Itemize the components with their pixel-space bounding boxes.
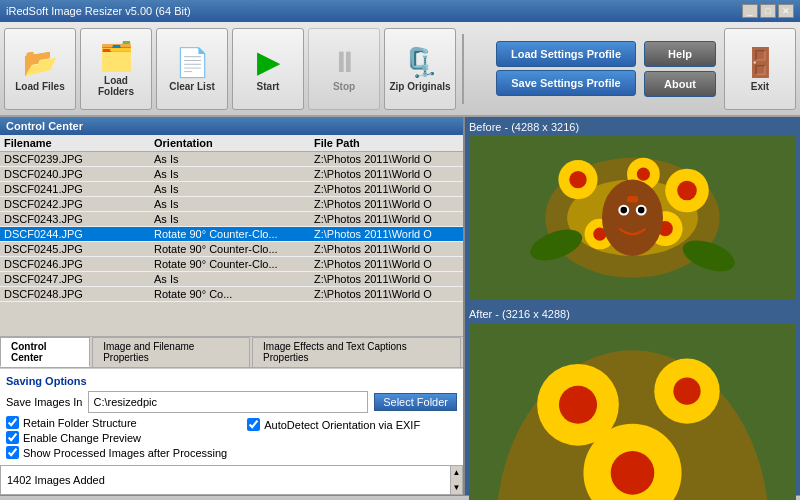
- status-message: 1402 Images Added: [7, 474, 105, 486]
- exit-button[interactable]: 🚪 Exit: [724, 28, 796, 110]
- table-row[interactable]: DSCF0247.JPG As Is Z:\Photos 2011\World …: [0, 272, 463, 287]
- after-preview-section: After - (3216 x 4288): [465, 304, 800, 501]
- table-row[interactable]: DSCF0241.JPG As Is Z:\Photos 2011\World …: [0, 182, 463, 197]
- tab-control-center[interactable]: Control Center: [0, 337, 90, 367]
- table-row[interactable]: DSCF0248.JPG Rotate 90° Co... Z:\Photos …: [0, 287, 463, 302]
- retain-folder-checkbox[interactable]: [6, 416, 19, 429]
- file-name-cell: DSCF0243.JPG: [4, 213, 154, 225]
- show-processed-checkbox[interactable]: [6, 446, 19, 459]
- file-list-header: Filename Orientation File Path: [0, 135, 463, 152]
- file-path-cell: Z:\Photos 2011\World O: [314, 198, 459, 210]
- svg-point-19: [638, 207, 645, 214]
- file-orientation-cell: Rotate 90° Counter-Clo...: [154, 258, 314, 270]
- table-row[interactable]: DSCF0243.JPG As Is Z:\Photos 2011\World …: [0, 212, 463, 227]
- svg-rect-20: [627, 196, 638, 203]
- maximize-button[interactable]: □: [760, 4, 776, 18]
- file-orientation-cell: Rotate 90° Co...: [154, 288, 314, 300]
- tab-image-effects-and-text-captions-properties[interactable]: Image Effects and Text Captions Properti…: [252, 337, 461, 367]
- zip-icon: 🗜️: [403, 46, 438, 79]
- file-orientation-cell: As Is: [154, 168, 314, 180]
- table-row[interactable]: DSCF0239.JPG As Is Z:\Photos 2011\World …: [0, 152, 463, 167]
- retain-folder-checkbox-row[interactable]: Retain Folder Structure: [6, 416, 227, 429]
- window-controls: _ □ ✕: [742, 4, 794, 18]
- exit-icon: 🚪: [743, 46, 778, 79]
- clear-list-button[interactable]: 📄 Clear List: [156, 28, 228, 110]
- svg-point-18: [621, 207, 628, 214]
- load-folders-icon: 🗂️: [99, 40, 134, 73]
- file-path-cell: Z:\Photos 2011\World O: [314, 273, 459, 285]
- help-button[interactable]: Help: [644, 41, 716, 67]
- file-list[interactable]: DSCF0239.JPG As Is Z:\Photos 2011\World …: [0, 152, 463, 336]
- svg-point-10: [677, 181, 697, 201]
- after-preview-svg: [469, 323, 796, 501]
- clear-list-icon: 📄: [175, 46, 210, 79]
- app-title: iRedSoft Image Resizer v5.00 (64 Bit): [6, 5, 191, 17]
- file-path-cell: Z:\Photos 2011\World O: [314, 288, 459, 300]
- svg-point-28: [559, 385, 597, 423]
- start-button[interactable]: ▶ Start: [232, 28, 304, 110]
- table-row[interactable]: DSCF0240.JPG As Is Z:\Photos 2011\World …: [0, 167, 463, 182]
- titlebar: iRedSoft Image Resizer v5.00 (64 Bit) _ …: [0, 0, 800, 22]
- file-orientation-cell: As Is: [154, 198, 314, 210]
- svg-point-29: [673, 377, 700, 404]
- table-row[interactable]: DSCF0246.JPG Rotate 90° Counter-Clo... Z…: [0, 257, 463, 272]
- before-label: Before - (4288 x 3216): [469, 121, 796, 133]
- svg-point-30: [611, 451, 655, 495]
- file-orientation-cell: As Is: [154, 153, 314, 165]
- before-preview-svg: [469, 136, 796, 300]
- zip-originals-button[interactable]: 🗜️ Zip Originals: [384, 28, 456, 110]
- after-image: [469, 323, 796, 501]
- col-filename: Filename: [4, 137, 154, 149]
- autodetect-checkbox[interactable]: [247, 418, 260, 431]
- file-name-cell: DSCF0244.JPG: [4, 228, 154, 240]
- stop-button[interactable]: ⏸ Stop: [308, 28, 380, 110]
- file-path-cell: Z:\Photos 2011\World O: [314, 168, 459, 180]
- before-image: [469, 136, 796, 300]
- main-area: Control Center Filename Orientation File…: [0, 117, 800, 495]
- toolbar: 📂 Load Files 🗂️ Load Folders 📄 Clear Lis…: [0, 22, 800, 117]
- table-row[interactable]: DSCF0244.JPG Rotate 90° Counter-Clo... Z…: [0, 227, 463, 242]
- control-center-header: Control Center: [0, 117, 463, 135]
- tab-image-and-filename-properties[interactable]: Image and Filename Properties: [92, 337, 250, 367]
- toolbar-separator: [462, 34, 464, 104]
- col-filepath: File Path: [314, 137, 459, 149]
- table-row[interactable]: DSCF0242.JPG As Is Z:\Photos 2011\World …: [0, 197, 463, 212]
- status-bar: 1402 Images Added ▲ ▼: [0, 465, 463, 495]
- file-orientation-cell: Rotate 90° Counter-Clo...: [154, 228, 314, 240]
- svg-point-15: [602, 180, 663, 256]
- load-files-icon: 📂: [23, 46, 58, 79]
- save-settings-button[interactable]: Save Settings Profile: [496, 70, 636, 96]
- saving-options-title: Saving Options: [6, 375, 457, 387]
- file-name-cell: DSCF0240.JPG: [4, 168, 154, 180]
- load-settings-button[interactable]: Load Settings Profile: [496, 41, 636, 67]
- file-name-cell: DSCF0242.JPG: [4, 198, 154, 210]
- right-toolbar-group: Load Settings Profile Save Settings Prof…: [496, 41, 636, 96]
- autodetect-checkbox-row[interactable]: AutoDetect Orientation via EXIF: [247, 418, 420, 431]
- start-icon: ▶: [257, 46, 279, 79]
- col-orientation: Orientation: [154, 137, 314, 149]
- enable-preview-checkbox-row[interactable]: Enable Change Preview: [6, 431, 227, 444]
- save-path-input[interactable]: [88, 391, 368, 413]
- close-button[interactable]: ✕: [778, 4, 794, 18]
- file-orientation-cell: As Is: [154, 213, 314, 225]
- saving-options-panel: Saving Options Save Images In Select Fol…: [0, 368, 463, 465]
- file-name-cell: DSCF0247.JPG: [4, 273, 154, 285]
- right-panel: Before - (4288 x 3216): [465, 117, 800, 495]
- file-path-cell: Z:\Photos 2011\World O: [314, 213, 459, 225]
- enable-preview-checkbox[interactable]: [6, 431, 19, 444]
- about-button[interactable]: About: [644, 71, 716, 97]
- save-path-row: Save Images In Select Folder: [6, 391, 457, 413]
- svg-point-8: [569, 171, 586, 188]
- show-processed-checkbox-row[interactable]: Show Processed Images after Processing: [6, 446, 227, 459]
- file-name-cell: DSCF0245.JPG: [4, 243, 154, 255]
- select-folder-button[interactable]: Select Folder: [374, 393, 457, 411]
- minimize-button[interactable]: _: [742, 4, 758, 18]
- file-path-cell: Z:\Photos 2011\World O: [314, 258, 459, 270]
- load-folders-button[interactable]: 🗂️ Load Folders: [80, 28, 152, 110]
- tabs-bar: Control CenterImage and Filename Propert…: [0, 336, 463, 368]
- table-row[interactable]: DSCF0245.JPG Rotate 90° Counter-Clo... Z…: [0, 242, 463, 257]
- svg-point-9: [637, 168, 650, 181]
- load-files-button[interactable]: 📂 Load Files: [4, 28, 76, 110]
- file-name-cell: DSCF0239.JPG: [4, 153, 154, 165]
- after-label: After - (3216 x 4288): [469, 308, 796, 320]
